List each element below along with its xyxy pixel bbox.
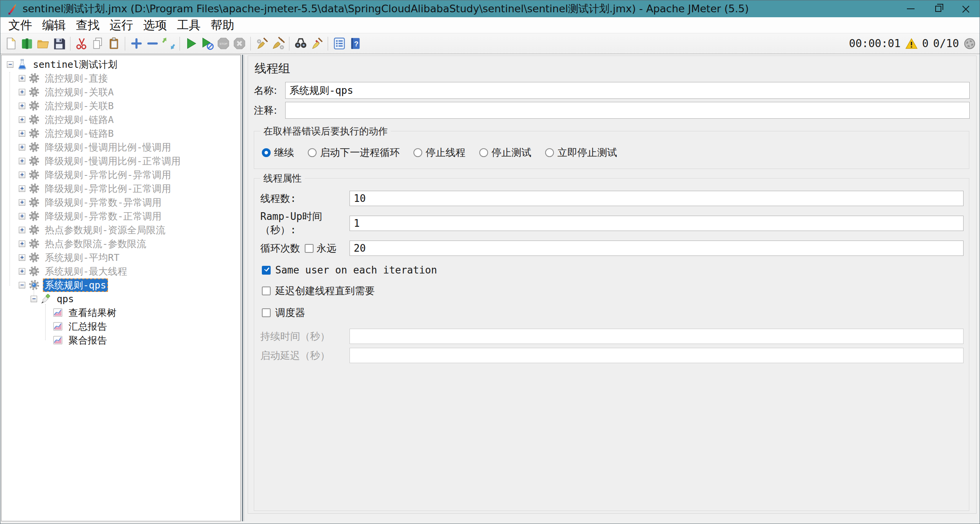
- new-file-button[interactable]: [3, 35, 19, 52]
- radio-icon[interactable]: [308, 148, 317, 157]
- checkbox-icon[interactable]: [262, 308, 271, 317]
- tree-item[interactable]: +降级规则-异常数-异常调用: [2, 195, 240, 209]
- option-checkbox-row[interactable]: 延迟创建线程直到需要: [262, 284, 964, 298]
- expand-handle-icon[interactable]: +: [19, 103, 25, 109]
- menu-item[interactable]: 编辑: [37, 17, 71, 33]
- property-input[interactable]: [350, 216, 964, 231]
- open-button[interactable]: [35, 35, 51, 52]
- radio-icon[interactable]: [545, 148, 554, 157]
- expand-handle-icon[interactable]: +: [19, 89, 25, 95]
- radio-icon[interactable]: [479, 148, 488, 157]
- tree-item[interactable]: +系统规则-最大线程: [2, 264, 240, 278]
- checkbox-icon[interactable]: [262, 266, 271, 275]
- expand-handle-icon[interactable]: +: [19, 158, 25, 164]
- run-indicator-icon: [964, 38, 976, 50]
- tree-item-label: 系统规则-最大线程: [43, 265, 129, 278]
- collapse-all-button[interactable]: [144, 35, 160, 52]
- restore-button[interactable]: [924, 0, 952, 17]
- tree-item[interactable]: −qps: [2, 292, 240, 306]
- checkbox-icon[interactable]: [262, 287, 271, 295]
- cut-button[interactable]: [74, 35, 90, 52]
- expand-handle-icon[interactable]: +: [19, 254, 25, 261]
- menu-item[interactable]: 工具: [172, 17, 206, 33]
- forever-option[interactable]: 永远: [305, 242, 336, 255]
- expand-handle-icon[interactable]: +: [19, 116, 25, 123]
- option-checkbox-row[interactable]: 调度器: [262, 306, 964, 319]
- tree-item[interactable]: 聚合报告: [2, 333, 240, 347]
- expand-handle-icon[interactable]: +: [19, 144, 25, 151]
- close-button[interactable]: [952, 0, 980, 17]
- comment-input[interactable]: [285, 102, 970, 119]
- tree-item[interactable]: +降级规则-异常比例-正常调用: [2, 182, 240, 195]
- tree-item[interactable]: 查看结果树: [2, 306, 240, 319]
- menu-item[interactable]: 运行: [105, 17, 138, 33]
- tree-item-label: 流控规则-关联A: [43, 85, 116, 99]
- tree-item[interactable]: +降级规则-慢调用比例-正常调用: [2, 154, 240, 168]
- templates-button[interactable]: [19, 35, 35, 52]
- tree-item[interactable]: +流控规则-链路B: [2, 126, 240, 140]
- panel-splitter[interactable]: [241, 55, 248, 521]
- collapse-handle-icon[interactable]: −: [19, 282, 25, 288]
- thread-group-icon: [28, 86, 40, 98]
- radio-icon[interactable]: [262, 148, 271, 157]
- tree-item[interactable]: +流控规则-直接: [2, 71, 240, 85]
- error-action-option[interactable]: 继续: [262, 146, 294, 159]
- error-action-option[interactable]: 停止测试: [479, 146, 531, 159]
- error-action-option[interactable]: 立即停止测试: [545, 146, 617, 159]
- expand-handle-icon[interactable]: +: [19, 213, 25, 219]
- expand-handle-icon[interactable]: +: [19, 172, 25, 178]
- tree-item[interactable]: +流控规则-链路A: [2, 113, 240, 126]
- option-checkbox-row[interactable]: Same user on each iteration: [262, 264, 964, 276]
- expand-all-button[interactable]: [128, 35, 144, 52]
- stop-button: STOP: [215, 35, 231, 52]
- tree-item[interactable]: +热点参数规则-资源全局限流: [2, 223, 240, 237]
- tree-item[interactable]: +流控规则-关联A: [2, 85, 240, 99]
- tree-item[interactable]: 汇总报告: [2, 319, 240, 333]
- name-input[interactable]: [285, 82, 970, 99]
- tree-item[interactable]: +降级规则-异常比例-异常调用: [2, 168, 240, 182]
- copy-button[interactable]: [90, 35, 106, 52]
- property-label: 循环次数永远: [260, 242, 350, 255]
- help-button[interactable]: ?: [347, 35, 363, 52]
- tree-item[interactable]: −sentinel测试计划: [2, 57, 240, 71]
- search-button[interactable]: [292, 35, 309, 52]
- expand-handle-icon[interactable]: +: [19, 227, 25, 233]
- tree-item[interactable]: +热点参数限流-参数限流: [2, 237, 240, 251]
- toggle-button[interactable]: [160, 35, 176, 52]
- expand-handle-icon[interactable]: +: [19, 268, 25, 275]
- property-input[interactable]: [350, 241, 964, 256]
- collapse-handle-icon[interactable]: −: [7, 61, 13, 68]
- error-action-option[interactable]: 启动下一进程循环: [308, 146, 400, 159]
- forever-checkbox[interactable]: [305, 244, 314, 253]
- tree-item[interactable]: +系统规则-平均RT: [2, 251, 240, 264]
- start-no-timers-button[interactable]: [199, 35, 215, 52]
- tree-item[interactable]: −系统规则-qps: [2, 278, 240, 292]
- tree-item[interactable]: +降级规则-慢调用比例-慢调用: [2, 140, 240, 154]
- thread-group-icon: [28, 141, 40, 153]
- error-action-option[interactable]: 停止线程: [413, 146, 466, 159]
- clear-all-button[interactable]: [270, 35, 286, 52]
- save-button[interactable]: [51, 35, 67, 52]
- function-helper-button[interactable]: [331, 35, 347, 52]
- collapse-handle-icon[interactable]: −: [31, 296, 37, 302]
- tree-item[interactable]: +流控规则-关联B: [2, 99, 240, 113]
- search-reset-button[interactable]: [309, 35, 325, 52]
- expand-handle-icon[interactable]: +: [19, 75, 25, 82]
- expand-handle-icon[interactable]: +: [19, 185, 25, 192]
- paste-button[interactable]: [106, 35, 122, 52]
- menu-item[interactable]: 文件: [3, 17, 37, 33]
- property-input[interactable]: [350, 191, 964, 206]
- minimize-button[interactable]: [897, 0, 924, 17]
- toolbar-buttons: STOP?: [3, 35, 363, 52]
- expand-handle-icon[interactable]: +: [19, 199, 25, 206]
- start-button[interactable]: [183, 35, 199, 52]
- menu-item[interactable]: 选项: [138, 17, 172, 33]
- expand-handle-icon[interactable]: +: [19, 130, 25, 137]
- menu-item[interactable]: 帮助: [206, 17, 239, 33]
- clear-button[interactable]: [254, 35, 270, 52]
- warning-icon[interactable]: [905, 38, 918, 50]
- radio-icon[interactable]: [413, 148, 422, 157]
- menu-item[interactable]: 查找: [71, 17, 105, 33]
- tree-item[interactable]: +降级规则-异常数-正常调用: [2, 209, 240, 223]
- expand-handle-icon[interactable]: +: [19, 241, 25, 247]
